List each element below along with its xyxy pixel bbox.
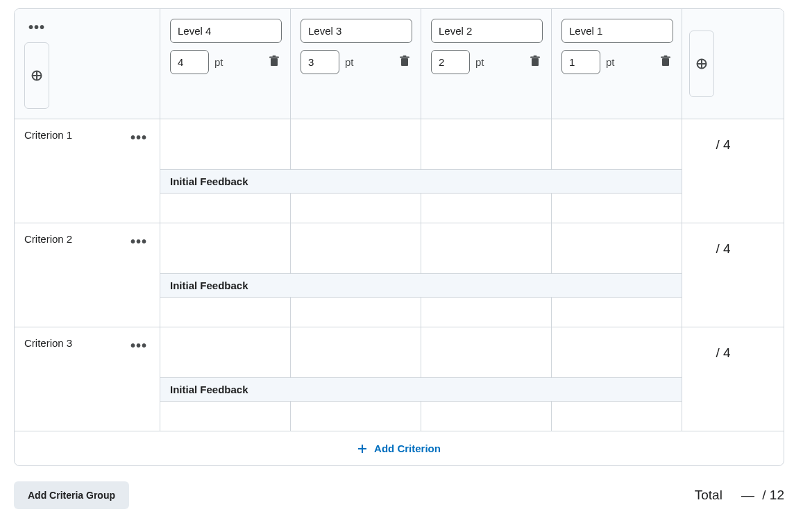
add-criterion-button[interactable]: Add Criterion [15,431,784,465]
points-unit-1: pt [345,56,354,68]
svg-rect-4 [401,58,408,66]
level-points-input-3[interactable] [561,50,600,74]
delete-level-button-2[interactable] [527,53,543,71]
level-name-input-1[interactable] [301,19,412,43]
criterion-1-feedback-0[interactable] [160,298,291,327]
plus-icon [31,70,42,81]
criterion-2-level-2-cell[interactable] [421,327,552,377]
criterion-1-level-3-cell[interactable] [552,223,682,273]
trash-icon [530,55,540,67]
feedback-label-1: Initial Feedback [160,273,682,298]
add-level-left-button[interactable] [24,42,49,109]
criterion-1-feedback-3[interactable] [552,298,682,327]
criteria-header-cell: ••• [15,9,160,119]
criterion-0-level-0-cell[interactable] [160,119,291,169]
svg-rect-6 [403,55,407,57]
criterion-2-level-1-cell[interactable] [291,327,421,377]
level-points-row-3: pt [561,50,673,74]
criterion-levels-0: Initial Feedback [160,119,682,223]
criterion-0-feedback-1[interactable] [291,194,421,223]
plus-icon [696,58,707,69]
svg-rect-7 [532,58,539,66]
level-name-input-0[interactable] [170,19,282,43]
add-criterion-label: Add Criterion [374,443,441,454]
criterion-score-2: / 4 [682,327,764,431]
criterion-0-level-2-cell[interactable] [421,119,552,169]
level-points-row-0: pt [170,50,282,74]
plus-icon [357,444,367,454]
level-header-0: pt [160,9,291,119]
criterion-levels-2: Initial Feedback [160,327,682,431]
criterion-name-0: Criterion 1 [24,129,72,141]
criterion-2-level-3-cell[interactable] [552,327,682,377]
points-unit-2: pt [475,56,484,68]
criterion-2-feedback-0[interactable] [160,402,291,431]
criterion-0-feedback-3[interactable] [552,194,682,223]
total-label: Total [695,488,722,502]
points-unit-0: pt [214,56,223,68]
criterion-score-0: / 4 [682,119,764,223]
criterion-row-1: Criterion 2 ••• Initial Feedback / 4 [15,223,784,327]
criterion-name-cell-0: Criterion 1 ••• [15,119,160,223]
criterion-2-feedback-1[interactable] [291,402,421,431]
criterion-row-2: Criterion 3 ••• Initial Feedback / 4 [15,327,784,431]
add-criteria-group-button[interactable]: Add Criteria Group [14,481,129,509]
criterion-row-0: Criterion 1 ••• Initial Feedback / 4 [15,119,784,223]
criterion-name-2: Criterion 3 [24,337,72,349]
delete-level-button-3[interactable] [658,53,673,71]
criterion-1-level-0-cell[interactable] [160,223,291,273]
trash-icon [400,55,409,67]
level-points-input-1[interactable] [301,50,339,74]
criterion-0-feedback-2[interactable] [421,194,552,223]
trash-icon [661,55,670,67]
criterion-2-feedback-3[interactable] [552,402,682,431]
delete-level-button-1[interactable] [397,53,412,71]
svg-rect-12 [664,55,668,57]
criterion-1-level-1-cell[interactable] [291,223,421,273]
level-header-2: pt [421,9,552,119]
group-menu-button[interactable]: ••• [24,19,49,35]
total-score: — [741,488,754,502]
criterion-menu-button-0[interactable]: ••• [126,129,151,146]
trash-icon [269,55,279,67]
level-header-3: pt [552,9,682,119]
level-points-input-2[interactable] [431,50,470,74]
level-points-row-2: pt [431,50,543,74]
svg-rect-9 [534,55,537,57]
level-points-input-0[interactable] [170,50,209,74]
svg-rect-1 [271,58,278,66]
criterion-levels-1: Initial Feedback [160,223,682,327]
criterion-name-cell-2: Criterion 3 ••• [15,327,160,431]
delete-level-button-0[interactable] [267,53,282,71]
criterion-0-level-3-cell[interactable] [552,119,682,169]
add-level-right-button[interactable] [689,31,714,97]
level-points-row-1: pt [301,50,412,74]
criterion-1-feedback-2[interactable] [421,298,552,327]
criterion-score-1: / 4 [682,223,764,327]
add-level-right-cell [682,9,764,119]
level-header-1: pt [291,9,421,119]
criterion-menu-button-2[interactable]: ••• [126,337,151,354]
rubric-table: ••• pt pt [14,8,784,466]
criterion-0-level-1-cell[interactable] [291,119,421,169]
feedback-label-2: Initial Feedback [160,377,682,402]
total-out-of: / 12 [762,488,784,502]
criterion-menu-button-1[interactable]: ••• [126,233,151,250]
levels-header-row: ••• pt pt [15,9,784,119]
total-display: Total — / 12 [695,488,784,503]
svg-rect-10 [662,58,669,66]
footer-row: Add Criteria Group Total — / 12 [14,481,784,509]
criterion-1-feedback-1[interactable] [291,298,421,327]
criterion-1-level-2-cell[interactable] [421,223,552,273]
level-name-input-2[interactable] [431,19,543,43]
criterion-2-feedback-2[interactable] [421,402,552,431]
criterion-2-level-0-cell[interactable] [160,327,291,377]
points-unit-3: pt [606,56,615,68]
level-name-input-3[interactable] [561,19,673,43]
criterion-name-1: Criterion 2 [24,233,72,245]
criterion-0-feedback-0[interactable] [160,194,291,223]
feedback-label-0: Initial Feedback [160,169,682,194]
svg-rect-3 [273,55,276,57]
criterion-name-cell-1: Criterion 2 ••• [15,223,160,327]
